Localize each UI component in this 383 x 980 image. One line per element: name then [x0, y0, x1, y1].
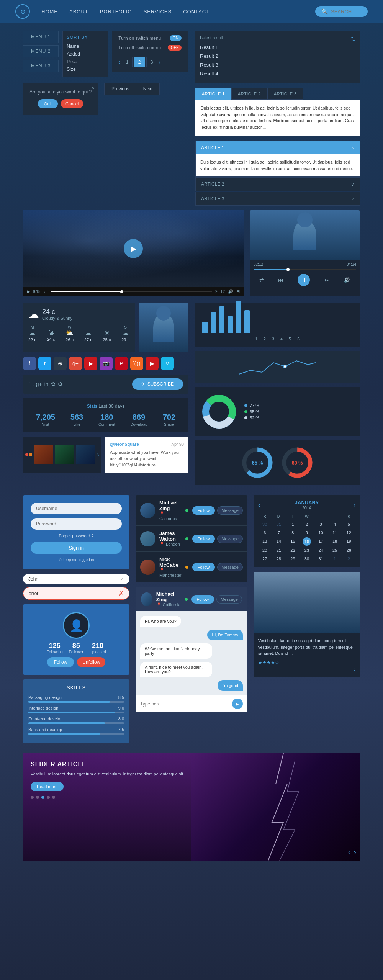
- cal-day[interactable]: 23: [300, 546, 314, 554]
- dark-social-icon-1[interactable]: ⊕: [54, 357, 67, 370]
- cal-day[interactable]: 6: [258, 529, 272, 537]
- video-expand-icon[interactable]: ⊞: [236, 289, 240, 294]
- chat-send-button[interactable]: ▶: [232, 699, 243, 709]
- slider-dot-3[interactable]: [47, 796, 50, 799]
- cal-day[interactable]: 9: [300, 529, 314, 537]
- vimeo-icon[interactable]: V: [161, 357, 174, 370]
- video-play-button[interactable]: ▶: [124, 239, 143, 258]
- cal-day[interactable]: 2: [342, 555, 355, 563]
- menu-3-button[interactable]: MENU 3: [23, 60, 59, 72]
- chat-input[interactable]: [140, 701, 229, 707]
- cal-day[interactable]: 4: [328, 520, 342, 528]
- sign-in-button[interactable]: Sign in: [31, 542, 122, 554]
- rss-icon[interactable]: )))): [130, 357, 143, 370]
- facebook-icon[interactable]: f: [23, 357, 36, 370]
- video-play-icon[interactable]: ▶: [27, 289, 30, 294]
- result-2[interactable]: Result 2: [200, 52, 355, 61]
- slider-dot-0[interactable]: [31, 796, 34, 799]
- cal-day[interactable]: 25: [328, 546, 342, 554]
- page-next-arrow[interactable]: ›: [159, 59, 160, 65]
- cal-day[interactable]: 30: [300, 555, 314, 563]
- twitter-icon[interactable]: t: [38, 357, 51, 370]
- cal-day[interactable]: 27: [258, 555, 272, 563]
- page-prev-arrow[interactable]: ‹: [118, 59, 120, 65]
- follow-nick-button[interactable]: Follow: [192, 563, 215, 571]
- next-track-icon[interactable]: ⏭: [324, 277, 330, 283]
- cal-day[interactable]: 12: [342, 529, 355, 537]
- chat-message-button[interactable]: Message: [216, 595, 242, 604]
- audio-progress-wrap[interactable]: [250, 269, 360, 272]
- nav-home[interactable]: HOME: [41, 9, 58, 15]
- cal-day[interactable]: 13: [258, 537, 272, 546]
- page-2-active[interactable]: 2: [134, 57, 145, 67]
- slider-prev-icon[interactable]: ‹: [348, 848, 351, 857]
- accordion-header-1[interactable]: ARTICLE 1 ∧: [196, 141, 360, 154]
- strip-next-arrow[interactable]: ›: [97, 451, 99, 459]
- forgot-password-link[interactable]: Forget password ?: [31, 533, 122, 538]
- john-input[interactable]: [28, 576, 117, 582]
- switch-on-toggle[interactable]: ON: [170, 35, 182, 41]
- result-1[interactable]: Result 1: [200, 43, 355, 52]
- sub-gp-icon[interactable]: g+: [36, 381, 42, 387]
- cal-day[interactable]: 15: [286, 537, 300, 546]
- search-input[interactable]: [331, 9, 362, 15]
- audio-volume-icon[interactable]: 🔊: [344, 277, 350, 283]
- tab-article-1[interactable]: ARTICLE 1: [195, 88, 231, 100]
- cal-day[interactable]: 21: [272, 546, 286, 554]
- nav-services[interactable]: SERVICES: [144, 9, 172, 15]
- username-input[interactable]: [31, 503, 122, 514]
- read-more-button[interactable]: Read more: [31, 782, 64, 791]
- cal-day[interactable]: 2: [300, 520, 314, 528]
- latest-scroll[interactable]: ⇅: [350, 36, 355, 43]
- video-back-icon[interactable]: ←: [43, 290, 47, 294]
- instagram-icon[interactable]: 📷: [100, 357, 113, 370]
- nav-search-bar[interactable]: 🔍: [315, 6, 368, 17]
- slider-dot-1[interactable]: [36, 796, 39, 799]
- youtube2-icon[interactable]: ▶: [146, 357, 159, 370]
- cal-day[interactable]: 5: [342, 520, 355, 528]
- cal-day[interactable]: 7: [272, 529, 286, 537]
- close-icon[interactable]: ✕: [91, 85, 95, 91]
- cal-day[interactable]: 1: [286, 520, 300, 528]
- sort-added[interactable]: Added: [67, 50, 104, 58]
- cal-day[interactable]: 14: [272, 537, 286, 546]
- cal-day[interactable]: 1: [328, 555, 342, 563]
- accordion-header-2[interactable]: ARTICLE 2 ∨: [196, 178, 360, 191]
- cal-prev-button[interactable]: ‹: [258, 502, 260, 509]
- prev-track-icon[interactable]: ⏮: [278, 277, 283, 283]
- subscribe-button[interactable]: ✈ SUBSCRIBE: [132, 378, 183, 390]
- pinterest-icon[interactable]: P: [115, 357, 128, 370]
- cal-day[interactable]: 8: [286, 529, 300, 537]
- slider-dot-4[interactable]: [52, 796, 55, 799]
- slider-next-icon[interactable]: ›: [354, 848, 356, 857]
- video-progress-bar[interactable]: [51, 291, 212, 292]
- nav-about[interactable]: ABOUT: [69, 9, 88, 15]
- page-1[interactable]: 1: [122, 57, 133, 67]
- tweet-handle[interactable]: @NeonSquare: [110, 442, 139, 447]
- message-james-button[interactable]: Message: [217, 535, 243, 543]
- previous-button[interactable]: Previous: [104, 83, 136, 95]
- accordion-header-3[interactable]: ARTICLE 3 ∨: [196, 192, 360, 205]
- result-4[interactable]: Result 4: [200, 69, 355, 78]
- google-plus-icon[interactable]: g+: [69, 357, 82, 370]
- sub-pin-icon[interactable]: ✿: [51, 381, 56, 387]
- chat-follow-button[interactable]: Follow: [192, 595, 214, 604]
- nav-logo[interactable]: ⊙: [15, 4, 30, 19]
- slider-dot-2-active[interactable]: [41, 796, 44, 799]
- cal-day[interactable]: 11: [328, 529, 342, 537]
- sub-tw-icon[interactable]: t: [32, 381, 34, 387]
- youtube-icon[interactable]: ▶: [84, 357, 97, 370]
- tab-article-2[interactable]: ARTICLE 2: [231, 88, 267, 100]
- menu-2-button[interactable]: MENU 2: [23, 45, 59, 57]
- sub-fb-icon[interactable]: f: [28, 381, 30, 387]
- cal-day[interactable]: 10: [314, 529, 327, 537]
- volume-icon[interactable]: 🔊: [228, 289, 233, 294]
- cal-next-button[interactable]: ›: [354, 502, 355, 509]
- page-3[interactable]: 3: [146, 57, 157, 67]
- error-input[interactable]: [29, 591, 116, 596]
- nav-portfolio[interactable]: PORTFOLIO: [100, 9, 132, 15]
- menu-1-button[interactable]: MENU 1: [23, 31, 59, 43]
- cal-day[interactable]: 29: [286, 555, 300, 563]
- audio-play-button[interactable]: ⏸: [298, 274, 310, 286]
- follow-button[interactable]: Follow: [47, 657, 74, 667]
